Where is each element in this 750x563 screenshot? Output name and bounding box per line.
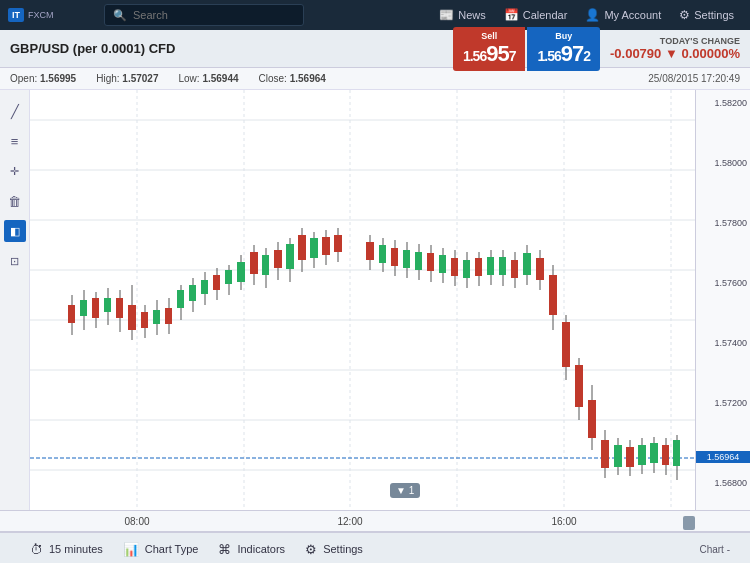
svg-rect-77 bbox=[451, 258, 458, 276]
chart-label: Chart - bbox=[699, 544, 730, 555]
timeframe-button[interactable]: ⏱ 15 minutes bbox=[20, 538, 113, 561]
gear-icon: ⚙ bbox=[679, 8, 690, 22]
time-label-08: 08:00 bbox=[124, 516, 149, 527]
todays-change: TODAY'S CHANGE -0.00790 ▼ 0.00000% bbox=[610, 36, 740, 61]
tool-indicator2[interactable]: ⊡ bbox=[4, 250, 26, 272]
bottom-toolbar: ⏱ 15 minutes 📊 Chart Type ⌘ Indicators ⚙… bbox=[0, 532, 750, 563]
svg-rect-71 bbox=[415, 252, 422, 270]
ohlc-open: Open: 1.56995 bbox=[10, 73, 76, 84]
ohlc-bar: Open: 1.56995 High: 1.57027 Low: 1.56944… bbox=[0, 68, 750, 90]
tool-delete[interactable]: 🗑 bbox=[4, 190, 26, 212]
price-label-4: 1.57600 bbox=[714, 278, 747, 288]
svg-rect-93 bbox=[549, 275, 557, 315]
chart-timestamp: 25/08/2015 17:20:49 bbox=[648, 73, 740, 84]
svg-rect-53 bbox=[286, 244, 294, 269]
buy-button[interactable]: Buy 1.56972 bbox=[527, 27, 600, 71]
ohlc-low: Low: 1.56944 bbox=[178, 73, 238, 84]
svg-rect-113 bbox=[673, 440, 680, 466]
svg-rect-105 bbox=[626, 447, 634, 467]
logo-area: IT FXCM bbox=[8, 8, 98, 22]
svg-rect-101 bbox=[601, 440, 609, 468]
svg-rect-61 bbox=[334, 235, 342, 252]
ohlc-close: Close: 1.56964 bbox=[259, 73, 326, 84]
svg-rect-21 bbox=[92, 298, 99, 318]
calendar-icon: 📅 bbox=[504, 8, 519, 22]
svg-rect-87 bbox=[511, 260, 518, 278]
sell-buy-area: Sell 1.56957 Buy 1.56972 bbox=[453, 27, 600, 71]
price-label-6: 1.57200 bbox=[714, 398, 747, 408]
tool-indicator1[interactable]: ◧ bbox=[4, 220, 26, 242]
chart-svg[interactable] bbox=[30, 90, 695, 510]
search-icon: 🔍 bbox=[113, 9, 127, 22]
svg-rect-103 bbox=[614, 445, 622, 467]
buy-prefix: 1.56 bbox=[537, 48, 560, 64]
sell-button[interactable]: Sell 1.56957 bbox=[453, 27, 526, 71]
nav-news-label: News bbox=[458, 9, 486, 21]
clock-icon: ⏱ bbox=[30, 542, 43, 557]
indicators-button[interactable]: ⌘ Indicators bbox=[208, 538, 295, 561]
svg-rect-89 bbox=[523, 253, 531, 275]
price-label-2: 1.58000 bbox=[714, 158, 747, 168]
nav-item-calendar[interactable]: 📅 Calendar bbox=[496, 5, 576, 25]
tool-multiline[interactable]: ≡ bbox=[4, 130, 26, 152]
logo-icon: IT bbox=[8, 8, 24, 22]
scroll-button[interactable]: ▼ 1 bbox=[390, 483, 420, 498]
svg-rect-35 bbox=[177, 290, 184, 308]
price-label-3: 1.57800 bbox=[714, 218, 747, 228]
price-label-8: 1.56800 bbox=[714, 478, 747, 488]
price-label-1: 1.58200 bbox=[714, 98, 747, 108]
instrument-name: GBP/USD (per 0.0001) CFD bbox=[10, 41, 453, 56]
nav-settings-label: Settings bbox=[694, 9, 734, 21]
nav-item-news[interactable]: 📰 News bbox=[431, 5, 494, 25]
news-icon: 📰 bbox=[439, 8, 454, 22]
svg-rect-31 bbox=[153, 310, 160, 324]
svg-rect-57 bbox=[310, 238, 318, 258]
search-input[interactable] bbox=[133, 9, 295, 21]
svg-rect-63 bbox=[366, 242, 374, 260]
price-axis: 1.58200 1.58000 1.57800 1.57600 1.57400 … bbox=[695, 90, 750, 510]
svg-rect-83 bbox=[487, 257, 494, 275]
top-navigation: IT FXCM 🔍 📰 News 📅 Calendar 👤 My Account… bbox=[0, 0, 750, 30]
settings-label: Settings bbox=[323, 543, 363, 555]
chart-type-button[interactable]: 📊 Chart Type bbox=[113, 538, 209, 561]
tool-line[interactable]: ╱ bbox=[4, 100, 26, 122]
nav-items: 📰 News 📅 Calendar 👤 My Account ⚙ Setting… bbox=[431, 5, 742, 25]
settings-button[interactable]: ⚙ Settings bbox=[295, 538, 373, 561]
svg-rect-75 bbox=[439, 255, 446, 273]
svg-rect-73 bbox=[427, 253, 434, 271]
indicators-icon: ⌘ bbox=[218, 542, 231, 557]
svg-rect-107 bbox=[638, 445, 646, 465]
tool-crosshair[interactable]: ✛ bbox=[4, 160, 26, 182]
logo-text: FXCM bbox=[28, 10, 54, 20]
svg-rect-43 bbox=[225, 270, 232, 284]
svg-rect-37 bbox=[189, 285, 196, 301]
svg-rect-51 bbox=[274, 250, 282, 268]
svg-rect-65 bbox=[379, 245, 386, 263]
nav-calendar-label: Calendar bbox=[523, 9, 568, 21]
svg-rect-0 bbox=[30, 90, 695, 510]
time-label-16: 16:00 bbox=[551, 516, 576, 527]
price-label-5: 1.57400 bbox=[714, 338, 747, 348]
svg-rect-25 bbox=[116, 298, 123, 318]
nav-item-myaccount[interactable]: 👤 My Account bbox=[577, 5, 669, 25]
svg-rect-39 bbox=[201, 280, 208, 294]
nav-item-settings[interactable]: ⚙ Settings bbox=[671, 5, 742, 25]
chart-container: ╱ ≡ ✛ 🗑 ◧ ⊡ bbox=[0, 90, 750, 510]
svg-rect-85 bbox=[499, 257, 506, 275]
svg-rect-33 bbox=[165, 308, 172, 324]
buy-big: 97 bbox=[561, 41, 583, 66]
search-bar[interactable]: 🔍 bbox=[104, 4, 304, 26]
sell-price: 1.56957 bbox=[463, 41, 516, 67]
time-scrollbar[interactable] bbox=[683, 516, 695, 530]
svg-rect-97 bbox=[575, 365, 583, 407]
current-price-badge: 1.56964 bbox=[696, 451, 750, 463]
buy-small: 2 bbox=[583, 48, 590, 64]
svg-rect-45 bbox=[237, 262, 245, 282]
svg-rect-111 bbox=[662, 445, 669, 465]
tc-value: -0.00790 ▼ 0.00000% bbox=[610, 46, 740, 61]
buy-label: Buy bbox=[555, 31, 572, 41]
sell-prefix: 1.56 bbox=[463, 48, 486, 64]
time-axis: 08:00 12:00 16:00 bbox=[0, 510, 750, 532]
left-toolbar: ╱ ≡ ✛ 🗑 ◧ ⊡ bbox=[0, 90, 30, 510]
chart-type-label: Chart Type bbox=[145, 543, 199, 555]
